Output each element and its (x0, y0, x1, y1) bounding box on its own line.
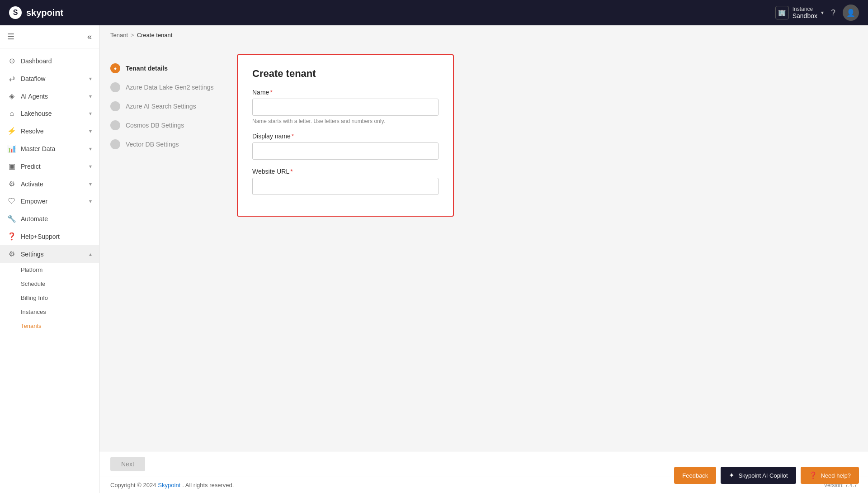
steps-panel: ● Tenant details Azure Data Lake Gen2 se… (110, 54, 228, 442)
name-label: Name* (252, 89, 439, 96)
feedback-button[interactable]: Feedback (674, 467, 716, 484)
chevron-down-icon: ▾ (89, 198, 92, 204)
footer-brand-link[interactable]: Skypoint (158, 482, 180, 488)
name-input[interactable] (252, 99, 439, 116)
resolve-icon: ⚡ (7, 127, 16, 135)
chevron-down-icon: ▾ (89, 110, 92, 117)
chevron-down-icon: ▾ (89, 93, 92, 100)
display-name-label: Display name* (252, 133, 439, 140)
name-hint: Name starts with a letter. Use letters a… (252, 118, 439, 124)
name-field-group: Name* Name starts with a letter. Use let… (252, 89, 439, 124)
step-circle-inactive (110, 82, 120, 92)
copyright-text: Copyright © 2024 (110, 482, 156, 488)
next-button[interactable]: Next (110, 457, 145, 471)
main-content: Tenant > Create tenant ● Tenant details … (99, 25, 868, 493)
chevron-down-icon: ▾ (89, 128, 92, 134)
collapse-icon[interactable]: « (87, 32, 92, 42)
floating-actions: Feedback ✦ Skypoint AI Copilot ❓ Need he… (674, 467, 859, 484)
display-name-input[interactable] (252, 142, 439, 160)
navbar-left: S skypoint (9, 6, 63, 19)
step-vector-db[interactable]: Vector DB Settings (110, 135, 228, 154)
step-circle-inactive (110, 139, 120, 149)
settings-icon: ⚙ (7, 250, 16, 258)
footer-rights: . All rights reserved. (182, 482, 234, 488)
website-url-label: Website URL* (252, 168, 439, 175)
navbar-right: 🏢 Instance Sandbox ▾ ? 👤 (775, 5, 859, 21)
step-circle-inactive (110, 120, 120, 130)
breadcrumb: Tenant > Create tenant (99, 25, 868, 45)
sidebar-item-lakehouse[interactable]: ⌂ Lakehouse ▾ (0, 105, 99, 122)
sidebar-item-resolve[interactable]: ⚡ Resolve ▾ (0, 122, 99, 140)
sidebar-nav: ⊙ Dashboard ⇄ Dataflow ▾ ◈ AI Agents ▾ (0, 48, 99, 493)
step-label-azure-ai-search: Azure AI Search Settings (126, 103, 196, 110)
avatar[interactable]: 👤 (843, 5, 859, 21)
chevron-down-icon: ▾ (89, 181, 92, 187)
predict-icon: ▣ (7, 162, 16, 171)
content-area: ● Tenant details Azure Data Lake Gen2 se… (99, 45, 868, 451)
step-label-tenant-details: Tenant details (126, 65, 168, 72)
form-title: Create tenant (252, 68, 439, 80)
sidebar-header: ☰ « (0, 25, 99, 48)
step-cosmos-db[interactable]: Cosmos DB Settings (110, 116, 228, 135)
breadcrumb-current: Create tenant (137, 32, 173, 38)
copilot-icon: ✦ (729, 471, 735, 479)
step-label-cosmos-db: Cosmos DB Settings (126, 122, 184, 129)
step-azure-data-lake[interactable]: Azure Data Lake Gen2 settings (110, 78, 228, 97)
instance-selector[interactable]: 🏢 Instance Sandbox ▾ (775, 6, 824, 19)
website-url-field-group: Website URL* (252, 168, 439, 195)
lakehouse-icon: ⌂ (7, 109, 16, 118)
step-circle-inactive (110, 101, 120, 111)
chevron-up-icon: ▴ (89, 251, 92, 257)
sidebar-item-platform[interactable]: Platform (0, 263, 99, 277)
step-label-vector-db: Vector DB Settings (126, 141, 179, 148)
sidebar-item-help-support[interactable]: ❓ Help+Support (0, 228, 99, 245)
master-data-icon: 📊 (7, 144, 16, 153)
create-tenant-form: Create tenant Name* Name starts with a l… (237, 54, 454, 217)
step-label-azure-data-lake: Azure Data Lake Gen2 settings (126, 84, 214, 91)
sidebar-item-master-data[interactable]: 📊 Master Data ▾ (0, 140, 99, 157)
instance-chevron-icon: ▾ (821, 9, 824, 16)
logo-icon: S (9, 6, 22, 19)
chevron-down-icon: ▾ (89, 146, 92, 152)
name-required-star: * (270, 89, 272, 96)
footer-left: Copyright © 2024 Skypoint . All rights r… (110, 482, 234, 488)
sidebar-item-billing-info[interactable]: Billing Info (0, 291, 99, 305)
help-support-icon: ❓ (7, 232, 16, 241)
sidebar-item-automate[interactable]: 🔧 Automate (0, 210, 99, 228)
chevron-down-icon: ▾ (89, 76, 92, 82)
help-icon[interactable]: ? (831, 8, 835, 18)
menu-icon[interactable]: ☰ (7, 32, 14, 42)
display-name-field-group: Display name* (252, 133, 439, 160)
copilot-button[interactable]: ✦ Skypoint AI Copilot (721, 467, 796, 484)
automate-icon: 🔧 (7, 214, 16, 223)
dataflow-icon: ⇄ (7, 74, 16, 83)
dashboard-icon: ⊙ (7, 57, 16, 65)
sidebar-item-dataflow[interactable]: ⇄ Dataflow ▾ (0, 70, 99, 87)
empower-icon: 🛡 (7, 197, 16, 205)
breadcrumb-parent[interactable]: Tenant (110, 32, 128, 38)
website-url-input[interactable] (252, 178, 439, 195)
need-help-button[interactable]: ❓ Need help? (801, 467, 859, 484)
sidebar-item-settings[interactable]: ⚙ Settings ▴ (0, 245, 99, 263)
sidebar-item-empower[interactable]: 🛡 Empower ▾ (0, 193, 99, 210)
step-azure-ai-search[interactable]: Azure AI Search Settings (110, 97, 228, 116)
ai-agents-icon: ◈ (7, 92, 16, 100)
app-name: skypoint (26, 8, 63, 18)
sidebar-item-activate[interactable]: ⚙ Activate ▾ (0, 175, 99, 193)
sidebar-item-dashboard[interactable]: ⊙ Dashboard (0, 52, 99, 70)
sidebar: ☰ « ⊙ Dashboard ⇄ Dataflow ▾ (0, 25, 99, 493)
sidebar-item-instances[interactable]: Instances (0, 305, 99, 319)
top-navbar: S skypoint 🏢 Instance Sandbox ▾ ? 👤 (0, 0, 868, 25)
activate-icon: ⚙ (7, 180, 16, 188)
sidebar-item-ai-agents[interactable]: ◈ AI Agents ▾ (0, 87, 99, 105)
chevron-down-icon: ▾ (89, 163, 92, 170)
sidebar-item-tenants[interactable]: Tenants (0, 319, 99, 333)
step-tenant-details[interactable]: ● Tenant details (110, 59, 228, 78)
app-layout: ☰ « ⊙ Dashboard ⇄ Dataflow ▾ (0, 25, 868, 493)
display-name-required-star: * (292, 133, 294, 140)
sidebar-item-schedule[interactable]: Schedule (0, 277, 99, 291)
step-circle-active: ● (110, 63, 120, 73)
instance-text: Instance Sandbox (793, 6, 817, 19)
website-url-required-star: * (290, 168, 292, 175)
sidebar-item-predict[interactable]: ▣ Predict ▾ (0, 157, 99, 175)
